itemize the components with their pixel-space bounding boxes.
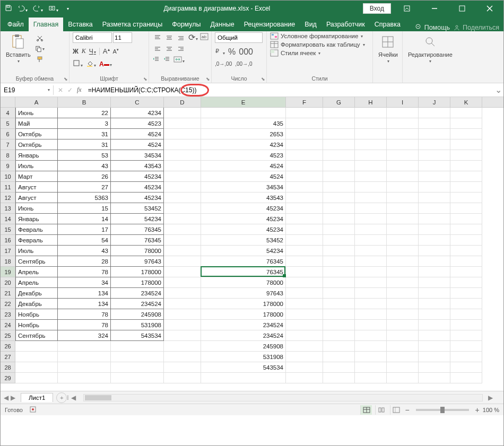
cell[interactable]: Март bbox=[15, 171, 58, 182]
cell[interactable] bbox=[355, 362, 387, 373]
cell[interactable] bbox=[111, 341, 164, 352]
wrap-text-icon[interactable]: ab bbox=[200, 33, 208, 42]
format-as-table-button[interactable]: Форматировать как таблицу▾ bbox=[270, 41, 365, 48]
col-header[interactable]: C bbox=[111, 97, 164, 107]
cell[interactable] bbox=[323, 224, 355, 235]
view-normal-icon[interactable] bbox=[360, 405, 372, 415]
col-header[interactable]: H bbox=[355, 97, 387, 107]
orientation-icon[interactable]: ⟳▾ bbox=[188, 32, 198, 42]
cell[interactable] bbox=[450, 108, 482, 118]
cell[interactable]: 2653 bbox=[201, 129, 286, 139]
row-header[interactable]: 28 bbox=[1, 362, 15, 373]
comma-icon[interactable]: 000 bbox=[239, 47, 253, 57]
cell[interactable] bbox=[286, 129, 323, 139]
cell[interactable]: 543534 bbox=[111, 330, 164, 341]
cancel-formula-icon[interactable]: ✕ bbox=[58, 86, 63, 94]
cell[interactable]: 45234 bbox=[111, 182, 164, 193]
cell[interactable] bbox=[323, 161, 355, 171]
cell[interactable]: 14 bbox=[58, 214, 111, 224]
cell[interactable] bbox=[387, 108, 419, 118]
cell[interactable]: 234524 bbox=[201, 320, 286, 330]
cell[interactable]: Февраль bbox=[15, 235, 58, 246]
cell[interactable]: 5363 bbox=[58, 193, 111, 203]
cell[interactable] bbox=[164, 299, 201, 309]
cell[interactable]: 34534 bbox=[111, 150, 164, 161]
cell[interactable] bbox=[450, 139, 482, 150]
cell[interactable] bbox=[355, 309, 387, 320]
cell[interactable] bbox=[286, 330, 323, 341]
cell[interactable] bbox=[286, 309, 323, 320]
cell[interactable] bbox=[387, 193, 419, 203]
cell[interactable]: Декабрь bbox=[15, 299, 58, 309]
cell[interactable] bbox=[164, 182, 201, 193]
cell[interactable] bbox=[450, 118, 482, 129]
cell[interactable] bbox=[355, 193, 387, 203]
cell[interactable]: 435 bbox=[201, 118, 286, 129]
bold-button[interactable]: Ж bbox=[73, 48, 79, 55]
cell[interactable] bbox=[164, 256, 201, 267]
cell[interactable] bbox=[286, 246, 323, 256]
cell[interactable] bbox=[164, 161, 201, 171]
cell[interactable] bbox=[387, 224, 419, 235]
cell[interactable]: 97643 bbox=[201, 288, 286, 299]
cell[interactable] bbox=[450, 235, 482, 246]
row-header[interactable]: 16 bbox=[1, 235, 15, 246]
cell[interactable]: 17 bbox=[58, 224, 111, 235]
align-left-icon[interactable] bbox=[152, 44, 163, 54]
horizontal-scrollbar[interactable] bbox=[83, 394, 483, 401]
fx-icon[interactable]: fx bbox=[77, 86, 82, 94]
cell[interactable] bbox=[387, 341, 419, 352]
cell[interactable]: 97643 bbox=[111, 256, 164, 267]
copy-icon[interactable]: ▾ bbox=[35, 44, 45, 54]
cell[interactable] bbox=[387, 171, 419, 182]
cell[interactable] bbox=[450, 373, 482, 383]
tab-formulas[interactable]: Формулы bbox=[167, 18, 205, 31]
cell[interactable] bbox=[164, 150, 201, 161]
cell[interactable]: Апрель bbox=[15, 267, 58, 277]
increase-font-icon[interactable]: A▴ bbox=[103, 47, 110, 55]
editing-button[interactable]: Редактирование ▾ bbox=[406, 32, 455, 65]
cell[interactable] bbox=[323, 288, 355, 299]
cell[interactable] bbox=[419, 320, 450, 330]
cell[interactable] bbox=[164, 362, 201, 373]
cell[interactable]: 78 bbox=[58, 320, 111, 330]
cell[interactable] bbox=[323, 373, 355, 383]
cell[interactable] bbox=[419, 182, 450, 193]
cell[interactable] bbox=[419, 118, 450, 129]
cell[interactable]: Сентябрь bbox=[15, 256, 58, 267]
cell[interactable] bbox=[58, 373, 111, 383]
underline-button[interactable]: Ч▾ bbox=[89, 48, 96, 55]
camera-icon[interactable]: ▾ bbox=[48, 4, 58, 13]
zoom-in-icon[interactable]: + bbox=[475, 406, 480, 414]
cell[interactable]: 4234 bbox=[111, 108, 164, 118]
cell[interactable] bbox=[355, 267, 387, 277]
qat-customize-icon[interactable]: ▾ bbox=[67, 6, 69, 11]
col-header[interactable]: K bbox=[450, 97, 482, 107]
cell[interactable]: 4524 bbox=[111, 129, 164, 139]
cell[interactable] bbox=[450, 288, 482, 299]
cell[interactable] bbox=[164, 193, 201, 203]
cell[interactable]: Июнь bbox=[15, 108, 58, 118]
decrease-indent-icon[interactable] bbox=[152, 55, 160, 65]
cell[interactable] bbox=[323, 193, 355, 203]
cell[interactable]: 531908 bbox=[111, 320, 164, 330]
row-header[interactable]: 15 bbox=[1, 224, 15, 235]
tab-file[interactable]: Файл bbox=[3, 18, 29, 31]
cell[interactable] bbox=[355, 246, 387, 256]
cell[interactable]: 31 bbox=[58, 129, 111, 139]
cell[interactable] bbox=[419, 224, 450, 235]
cell[interactable]: 26 bbox=[58, 171, 111, 182]
cell[interactable] bbox=[164, 129, 201, 139]
cell[interactable]: 76345 bbox=[201, 267, 286, 277]
font-size-select[interactable] bbox=[113, 32, 132, 43]
cell[interactable]: Октябрь bbox=[15, 129, 58, 139]
cell[interactable] bbox=[323, 309, 355, 320]
cell[interactable] bbox=[419, 362, 450, 373]
cell[interactable]: 4523 bbox=[111, 118, 164, 129]
cell[interactable]: Август bbox=[15, 193, 58, 203]
cell[interactable] bbox=[58, 341, 111, 352]
cell[interactable] bbox=[355, 352, 387, 362]
cell[interactable] bbox=[355, 161, 387, 171]
cell[interactable] bbox=[323, 171, 355, 182]
cell[interactable] bbox=[286, 203, 323, 214]
